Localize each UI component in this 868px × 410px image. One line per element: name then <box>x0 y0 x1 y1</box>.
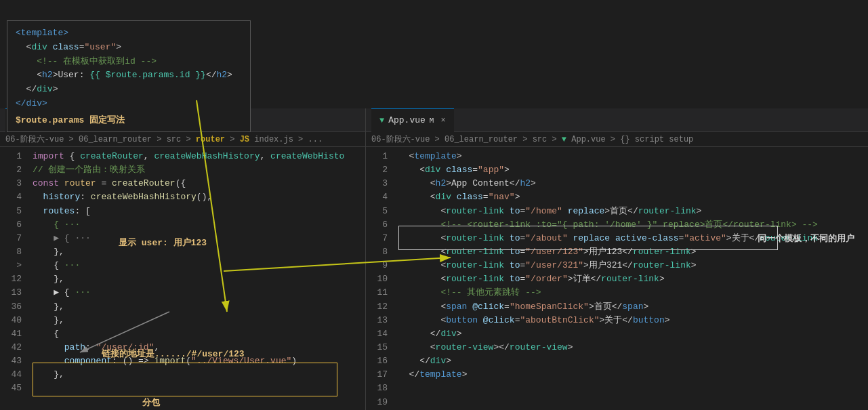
snippet-template-close: </div> <box>16 98 47 108</box>
code-line-5: const router = createRouter({ <box>33 177 365 190</box>
left-line-numbers: 1 2 3 4 5 6 7 8 > 12 13 36 <box>0 147 27 410</box>
right-tab-bar: ▼ App.vue M × <box>366 108 868 132</box>
code-line-9: ▶ { ··· <box>33 232 365 245</box>
snippet-line-2: <div class="user"> <box>16 41 242 55</box>
right-tab-close[interactable]: × <box>440 116 445 125</box>
code-line-blank7: }, <box>33 300 365 314</box>
rcode-line-2: <div class="app"> <box>398 163 868 177</box>
vue-icon: ▼ <box>379 116 384 125</box>
code-line-43: component: () => import("../Views/User.v… <box>33 354 365 368</box>
rcode-line-11: <router-link to="/order">订单</router-link… <box>398 272 868 286</box>
code-line-36: ▶ { ··· <box>33 286 365 300</box>
left-code-area: 1 2 3 4 5 6 7 8 > 12 13 36 <box>0 147 365 410</box>
snippet-line-4: <h2>User: {{ $route.params.id }}</h2> <box>16 68 242 83</box>
rcode-line-6: <!-- <router-link :to="{ path: '/home' }… <box>398 218 868 232</box>
code-line-4: // 创建一个路由：映射关系 <box>33 163 365 177</box>
rcode-line-13: <!-- 其他元素跳转 --> <box>398 286 868 300</box>
rcode-line-1: <template> <box>398 150 868 163</box>
snippet-annotation: $route.params 固定写法 <box>16 114 242 126</box>
top-snippet: <template> <div class="user"> <!-- 在模板中获… <box>7 20 251 132</box>
code-line-13: { ··· <box>33 259 365 272</box>
snippet-line-3: <!-- 在模板中获取到id --> <box>16 55 242 69</box>
code-line-42: path: "/user/:id", <box>33 341 365 354</box>
rcode-line-7: <router-link to="/about" replace active-… <box>398 232 868 245</box>
left-breadcrumb-text: 06-阶段六-vue > 06_learn_router > src > rou… <box>5 134 323 145</box>
snippet-div: <div class="user"> <box>16 42 121 52</box>
code-line-1: import { createRouter, createWebHashHist… <box>33 150 365 163</box>
code-line-13b: }, <box>33 272 365 286</box>
rcode-line-14: <span @click="homeSpanClick">首页</span> <box>398 300 868 314</box>
rcode-line-15: <button @click="aboutBtnClick">关于</butto… <box>398 314 868 327</box>
right-breadcrumb: 06-阶段六-vue > 06_learn_router > src > ▼ A… <box>366 132 868 147</box>
right-tab-label: App.vue <box>388 115 426 125</box>
snippet-div-close: </div> <box>16 84 58 94</box>
snippet-line-1: <template> <box>16 26 242 41</box>
snippet-line-6: </div> <box>16 97 242 111</box>
rcode-line-3: <h2>App Content</h2> <box>398 177 868 190</box>
rcode-line-18: </div> <box>398 354 868 368</box>
right-code-content: <template> <div class="app"> <h2>App Con… <box>393 147 868 410</box>
left-code-content: import { createRouter, createWebHashHist… <box>27 147 365 410</box>
rcode-line-4: <div class="nav"> <box>398 190 868 204</box>
snippet-line-5: </div> <box>16 83 242 97</box>
left-breadcrumb: 06-阶段六-vue > 06_learn_router > src > rou… <box>0 132 365 147</box>
rcode-line-10: <router-link to="/user/321">用户321</route… <box>398 259 868 272</box>
right-tab[interactable]: ▼ App.vue M × <box>371 108 454 132</box>
code-line-40: }, <box>33 314 365 327</box>
right-code-area: 1 2 3 4 5 6 7 8 9 10 11 12 13 14 15 16 1… <box>366 147 868 410</box>
rcode-line-5: <router-link to="/home" replace>首页</rout… <box>398 205 868 218</box>
right-breadcrumb-text: 06-阶段六-vue > 06_learn_router > src > ▼ A… <box>371 134 693 145</box>
right-line-numbers: 1 2 3 4 5 6 7 8 9 10 11 12 13 14 15 16 1… <box>366 147 393 410</box>
code-line-6: history: createWebHashHistory(), <box>33 190 365 204</box>
snippet-h2: <h2>User: {{ $route.params.id }}</h2> <box>16 70 232 80</box>
right-panel: ▼ App.vue M × 06-阶段六-vue > 06_learn_rout… <box>366 108 868 410</box>
code-line-8: { ··· <box>33 218 365 232</box>
rcode-line-17: <router-view></router-view> <box>398 341 868 354</box>
right-tab-modified: M <box>430 117 434 125</box>
left-panel: JS index.js U × 06-阶段六-vue > 06_learn_ro… <box>0 108 366 410</box>
tag-template: <template> <box>16 28 68 38</box>
code-line-41: { <box>33 327 365 341</box>
code-line-7: routes: [ <box>33 205 365 218</box>
main-panels: JS index.js U × 06-阶段六-vue > 06_learn_ro… <box>0 108 868 410</box>
snippet-comment: <!-- 在模板中获取到id --> <box>16 56 157 66</box>
rcode-line-16: </div> <box>398 327 868 341</box>
rcode-line-9: <router-link to="/user/123">用户123</route… <box>398 245 868 259</box>
code-line-44: }, <box>33 368 365 382</box>
code-line-12: }, <box>33 245 365 259</box>
rcode-line-19: </template> <box>398 368 868 382</box>
